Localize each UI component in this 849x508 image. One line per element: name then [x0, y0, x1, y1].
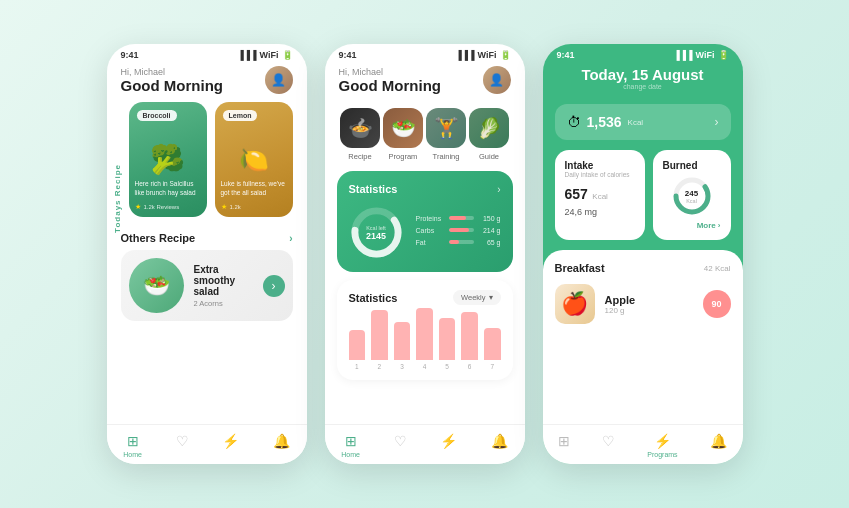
- user-avatar-1[interactable]: 👤: [265, 66, 293, 94]
- bar-label-3: 3: [400, 363, 404, 370]
- review-count-2: 1.2k: [230, 204, 241, 210]
- carbs-label: Carbs: [416, 227, 444, 234]
- nav-activity-2[interactable]: ⚡: [440, 433, 457, 458]
- more-arrow: ›: [718, 221, 721, 230]
- nav-fav-1[interactable]: ♡: [176, 433, 189, 458]
- nav-home-1[interactable]: ⊞ Home: [123, 433, 142, 458]
- chevron-down-icon: ▾: [489, 293, 493, 302]
- bell-icon-3: 🔔: [710, 433, 727, 449]
- phone-2: 9:41 ▐▐▐ WiFi 🔋 Hi, Michael Good Morning…: [325, 44, 525, 464]
- carbs-val: 214 g: [479, 227, 501, 234]
- fat-label: Fat: [416, 239, 444, 246]
- stats-arrow-1[interactable]: ›: [497, 184, 500, 195]
- cat-training[interactable]: 🏋 Training: [426, 108, 466, 161]
- more-label: More: [697, 221, 716, 230]
- p3-nav-programs[interactable]: ⚡ Programs: [647, 433, 677, 458]
- recipe-text-2: Luke is fullness, we've got the all sala…: [221, 180, 287, 197]
- recipe-card-1[interactable]: 🥦 Broccoli Here rich in Salcillus like b…: [129, 102, 207, 217]
- bar-label-1: 1: [355, 363, 359, 370]
- intake-sub: Daily intake of calories: [565, 171, 635, 179]
- weekly-btn[interactable]: Weekly ▾: [453, 290, 500, 305]
- star-icon-2: ★: [221, 203, 227, 211]
- burned-card: Burned 245 Kcal More ›: [653, 150, 731, 240]
- stat-protein: Proteins 150 g: [416, 215, 501, 222]
- p3-kcal-card[interactable]: ⏱ 1,536 Kcal ›: [555, 104, 731, 140]
- phones-container: 9:41 ▐▐▐ WiFi 🔋 Hi, Michael Good Morning…: [87, 24, 763, 484]
- p3-nav-bell[interactable]: 🔔: [710, 433, 727, 458]
- status-bar-3: 9:41 ▐▐▐ WiFi 🔋: [543, 44, 743, 62]
- cat-label-recipe: Recipe: [348, 152, 371, 161]
- wifi-icon-3: WiFi: [696, 50, 715, 60]
- wifi-icon: WiFi: [260, 50, 279, 60]
- kcal-icon: ⏱: [567, 114, 581, 130]
- activity-icon: ⚡: [222, 433, 239, 449]
- bell-icon-2: 🔔: [491, 433, 508, 449]
- nav-notif-2[interactable]: 🔔: [491, 433, 508, 458]
- food-badge: 90: [703, 290, 731, 318]
- protein-bar-fill: [449, 216, 467, 220]
- more-btn[interactable]: More ›: [697, 221, 721, 230]
- burned-donut: 245 Kcal: [671, 175, 713, 217]
- cat-label-guide: Guide: [479, 152, 499, 161]
- fat-bar-bg: [449, 240, 474, 244]
- status-icons-1: ▐▐▐ WiFi 🔋: [237, 50, 292, 60]
- user-avatar-2[interactable]: 👤: [483, 66, 511, 94]
- bar-label-4: 4: [423, 363, 427, 370]
- stats-card-1: Statistics › Kcal left 2145 Protei: [337, 171, 513, 272]
- stats-header-1: Statistics ›: [349, 183, 501, 195]
- intake-val2: 24,6: [565, 207, 583, 217]
- recipe-card-2[interactable]: 🍋 Lemon Luke is fullness, we've got the …: [215, 102, 293, 217]
- bar-fill-4: [416, 308, 433, 360]
- signal-icon: ▐▐▐: [237, 50, 256, 60]
- greeting-small-1: Hi, Michael: [121, 67, 223, 77]
- cat-program[interactable]: 🥗 Program: [383, 108, 423, 161]
- time-3: 9:41: [557, 50, 575, 60]
- kcal-arrow[interactable]: ›: [715, 115, 719, 129]
- battery-icon-3: 🔋: [718, 50, 729, 60]
- carbs-bar-bg: [449, 228, 474, 232]
- nav-activity-1[interactable]: ⚡: [222, 433, 239, 458]
- bar-fill-3: [394, 322, 411, 360]
- time-1: 9:41: [121, 50, 139, 60]
- stats-bars: Proteins 150 g Carbs 214 g: [416, 215, 501, 251]
- time-2: 9:41: [339, 50, 357, 60]
- recipes-row: 🥦 Broccoli Here rich in Salcillus like b…: [107, 102, 307, 222]
- cat-recipe[interactable]: 🍲 Recipe: [340, 108, 380, 161]
- protein-bar-bg: [449, 216, 474, 220]
- status-icons-3: ▐▐▐ WiFi 🔋: [673, 50, 728, 60]
- cat-guide[interactable]: 🥬 Guide: [469, 108, 509, 161]
- cat-icon-guide: 🥬: [469, 108, 509, 148]
- intake-val-row: 657 Kcal: [565, 185, 635, 203]
- bottom-nav-3: ⊞ ♡ ⚡ Programs 🔔: [543, 424, 743, 464]
- fat-val: 65 g: [479, 239, 501, 246]
- heart-icon: ♡: [176, 433, 189, 449]
- others-btn[interactable]: ›: [263, 275, 285, 297]
- heart-icon-3: ♡: [602, 433, 615, 449]
- others-title: Others Recipe: [121, 232, 196, 244]
- kcal-val: 1,536: [587, 114, 622, 130]
- protein-val: 150 g: [479, 215, 501, 222]
- intake-val2-row: 24,6 mg: [565, 207, 635, 217]
- nav-notif-1[interactable]: 🔔: [273, 433, 290, 458]
- cat-icon-recipe: 🍲: [340, 108, 380, 148]
- nav-fav-2[interactable]: ♡: [394, 433, 407, 458]
- breakfast-title: Breakfast: [555, 262, 605, 274]
- others-card[interactable]: 🥗 Extra smoothy salad 2 Acorns ›: [121, 250, 293, 321]
- grid-icon: ⊞: [558, 433, 570, 449]
- stats-body: Kcal left 2145 Proteins 150 g Carbs: [349, 205, 501, 260]
- p3-date: Today, 15 August: [557, 66, 729, 83]
- nav-home-label-2: Home: [341, 451, 360, 458]
- nav-home-2[interactable]: ⊞ Home: [341, 433, 360, 458]
- p3-nav-grid[interactable]: ⊞: [558, 433, 570, 458]
- wifi-icon-2: WiFi: [478, 50, 497, 60]
- food-item-apple[interactable]: 🍎 Apple 120 g 90: [555, 284, 731, 324]
- bar-6: 6: [461, 312, 478, 370]
- fat-bar-fill: [449, 240, 459, 244]
- food-name: Apple: [605, 294, 693, 306]
- others-arrow[interactable]: ›: [289, 233, 292, 244]
- p3-nav-heart[interactable]: ♡: [602, 433, 615, 458]
- burned-donut-center: 245 Kcal: [685, 189, 698, 204]
- p3-kcal-left: ⏱ 1,536 Kcal: [567, 114, 644, 130]
- home-icon-2: ⊞: [345, 433, 357, 449]
- others-section-header: Others Recipe ›: [107, 222, 307, 250]
